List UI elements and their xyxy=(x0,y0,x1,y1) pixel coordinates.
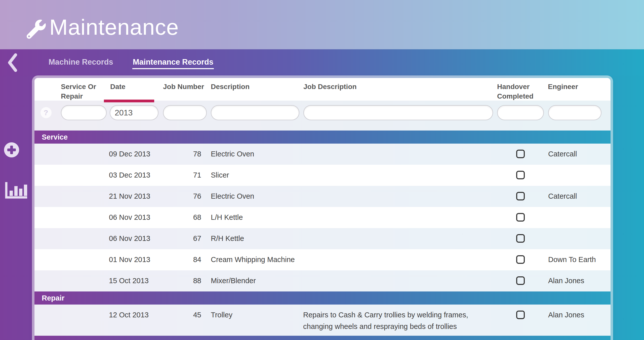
filter-cell-job_description xyxy=(301,101,495,131)
row-spacer-cell xyxy=(34,207,57,228)
filter-input-date[interactable] xyxy=(110,105,158,120)
row-spacer-cell xyxy=(34,144,57,165)
table-row[interactable]: 15 Oct 201388Mixer/BlenderAlan Jones xyxy=(34,270,611,291)
page-title: Maintenance xyxy=(49,15,179,39)
handover-checkbox[interactable] xyxy=(516,255,525,264)
cell-job-description xyxy=(301,207,495,228)
tab-machine-records[interactable]: Machine Records xyxy=(48,56,114,69)
table-row[interactable]: 06 Nov 201367R/H Kettle xyxy=(34,228,611,249)
cell-date: 21 Nov 2013 xyxy=(108,186,161,207)
cell-description: R/H Kettle xyxy=(209,228,301,249)
sort-indicator xyxy=(104,100,154,102)
cell-job-number: 84 xyxy=(161,249,209,270)
cell-engineer: Alan Jones xyxy=(546,270,611,291)
handover-checkbox[interactable] xyxy=(516,234,525,243)
row-spacer-cell xyxy=(34,186,57,207)
column-header-handover_completed[interactable]: Handover Completed xyxy=(495,78,546,101)
cell-description: Mixer/Blender xyxy=(209,270,301,291)
records-table-card: Service Or RepairDateJob NumberDescripti… xyxy=(34,78,611,340)
cell-date: 01 Nov 2013 xyxy=(108,249,161,270)
charts-button[interactable] xyxy=(5,182,28,200)
section-header: Repair xyxy=(34,291,611,305)
cell-description: Cream Whipping Machine xyxy=(209,249,301,270)
filter-input-description[interactable] xyxy=(211,105,299,120)
cell-engineer: Alan Jones xyxy=(546,305,611,336)
handover-checkbox[interactable] xyxy=(516,276,525,285)
cell-job-number: 45 xyxy=(161,305,209,336)
table-row[interactable]: 12 Oct 201345TrolleyRepairs to Cash & Ca… xyxy=(34,305,611,336)
cell-job-number: 67 xyxy=(161,228,209,249)
filter-input-engineer[interactable] xyxy=(548,105,601,120)
cell-description: Trolley xyxy=(209,305,301,336)
cell-engineer: Down To Earth xyxy=(546,249,611,270)
column-header-description[interactable]: Description xyxy=(209,78,301,101)
section-header: Service xyxy=(34,131,611,144)
cell-date: 12 Oct 2013 xyxy=(108,305,161,336)
cell-service-or-repair xyxy=(57,186,108,207)
cell-description: Electric Oven xyxy=(209,144,301,165)
handover-checkbox[interactable] xyxy=(516,311,525,319)
nav-tabs: Machine RecordsMaintenance Records xyxy=(48,49,214,76)
filter-cell-handover_completed xyxy=(495,101,546,131)
cell-service-or-repair xyxy=(57,144,108,165)
table-body: Service09 Dec 201378Electric OvenCaterca… xyxy=(34,131,611,340)
filter-cell-service_or_repair xyxy=(57,101,108,131)
cell-date: 15 Oct 2013 xyxy=(108,270,161,291)
section-label: Repair xyxy=(42,294,64,302)
filter-input-job_number[interactable] xyxy=(163,105,207,120)
cell-job-description xyxy=(301,165,495,186)
column-header-job_description[interactable]: Job Description xyxy=(301,78,495,101)
filter-cell-engineer xyxy=(546,101,611,131)
add-record-button[interactable] xyxy=(4,142,19,157)
table-row[interactable]: 09 Dec 201378Electric OvenCatercall xyxy=(34,144,611,165)
column-header-job_number[interactable]: Job Number xyxy=(161,78,209,101)
cell-job-number: 88 xyxy=(161,270,209,291)
help-button[interactable]: ? xyxy=(41,107,52,118)
row-spacer-cell xyxy=(34,305,57,336)
column-header-service_or_repair[interactable]: Service Or Repair xyxy=(57,78,108,101)
row-spacer-cell xyxy=(34,270,57,291)
table-row[interactable]: 01 Nov 201384Cream Whipping MachineDown … xyxy=(34,249,611,270)
cell-date: 09 Dec 2013 xyxy=(108,144,161,165)
cell-service-or-repair xyxy=(57,305,108,336)
cell-handover-completed xyxy=(495,207,546,228)
cell-description: Slicer xyxy=(209,165,301,186)
handover-checkbox[interactable] xyxy=(516,192,525,200)
row-spacer-cell xyxy=(34,165,57,186)
cell-service-or-repair xyxy=(57,270,108,291)
cell-job-description xyxy=(301,228,495,249)
cell-service-or-repair xyxy=(57,165,108,186)
cell-job-description: Repairs to Cash & Carry trollies by weld… xyxy=(301,305,495,336)
column-header-engineer[interactable]: Engineer xyxy=(546,78,611,101)
table-row[interactable]: 21 Nov 201376Electric OvenCatercall xyxy=(34,186,611,207)
filter-input-job_description[interactable] xyxy=(303,105,493,120)
help-cell: ? xyxy=(34,101,57,131)
main-area: Service Or RepairDateJob NumberDescripti… xyxy=(0,76,644,340)
cell-handover-completed xyxy=(495,228,546,249)
back-button[interactable] xyxy=(7,53,18,72)
filter-cell-date xyxy=(108,101,161,131)
row-spacer-cell xyxy=(34,249,57,270)
handover-checkbox[interactable] xyxy=(516,150,525,158)
table-row[interactable]: 03 Dec 201371Slicer xyxy=(34,165,611,186)
cell-job-number: 78 xyxy=(161,144,209,165)
handover-checkbox[interactable] xyxy=(516,213,525,222)
app-header: Maintenance xyxy=(0,0,644,49)
filter-cell-description xyxy=(209,101,301,131)
handover-checkbox[interactable] xyxy=(516,171,525,179)
filter-input-handover_completed[interactable] xyxy=(497,105,544,120)
filter-input-service_or_repair[interactable] xyxy=(61,105,107,120)
section-header xyxy=(34,336,611,340)
cell-handover-completed xyxy=(495,305,546,336)
cell-job-number: 76 xyxy=(161,186,209,207)
chevron-left-icon xyxy=(10,55,16,70)
nav-bar: Machine RecordsMaintenance Records xyxy=(0,49,644,76)
cell-handover-completed xyxy=(495,270,546,291)
cell-job-number: 71 xyxy=(161,165,209,186)
cell-job-description xyxy=(301,186,495,207)
column-header-date[interactable]: Date xyxy=(108,78,161,101)
table-filter-row: ? xyxy=(34,101,611,131)
cell-engineer: Catercall xyxy=(546,144,611,165)
table-row[interactable]: 06 Nov 201368L/H Kettle xyxy=(34,207,611,228)
tab-maintenance-records[interactable]: Maintenance Records xyxy=(132,56,214,69)
